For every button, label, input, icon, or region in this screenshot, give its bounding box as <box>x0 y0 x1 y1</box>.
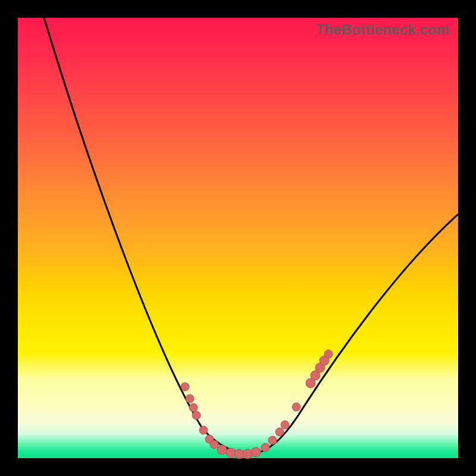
marker <box>210 440 218 449</box>
bottleneck-chart <box>18 18 458 458</box>
marker <box>268 436 277 444</box>
curve-left <box>44 18 458 453</box>
marker <box>281 421 289 429</box>
curve-right-thin <box>253 214 458 453</box>
marker <box>217 445 227 455</box>
outer-frame: TheBottleneck.com <box>0 0 476 476</box>
marker <box>251 447 261 457</box>
marker <box>275 428 284 436</box>
plot-area: TheBottleneck.com <box>18 18 458 458</box>
marker <box>261 443 270 452</box>
marker-group <box>181 350 333 459</box>
marker <box>181 383 189 391</box>
marker <box>186 394 194 403</box>
marker <box>189 403 198 412</box>
marker <box>226 448 236 458</box>
marker <box>243 449 252 459</box>
marker <box>324 350 333 358</box>
marker <box>292 403 300 411</box>
marker <box>192 411 201 419</box>
marker <box>199 426 208 434</box>
